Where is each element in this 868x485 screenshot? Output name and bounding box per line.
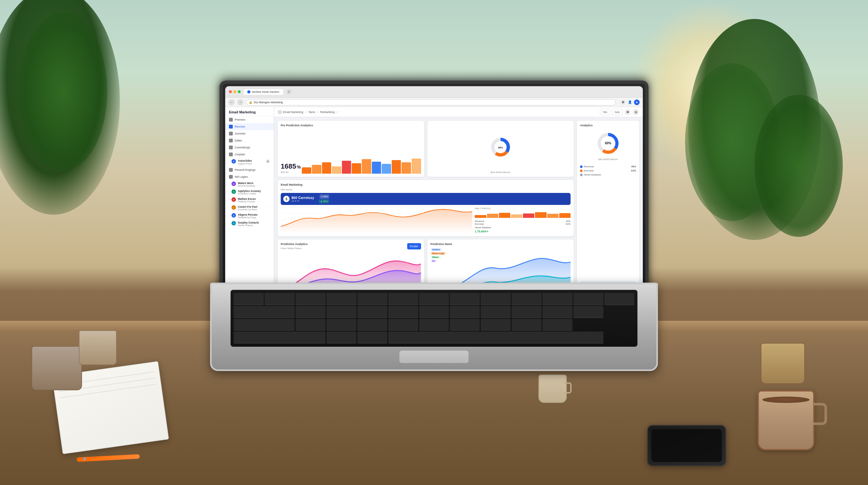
avatar-applytics: A xyxy=(231,190,236,194)
minimize-button[interactable] xyxy=(234,90,236,93)
metric-icon: $ xyxy=(283,196,289,202)
laptop-base xyxy=(210,283,658,371)
key-u[interactable] xyxy=(481,306,510,318)
key-x[interactable] xyxy=(358,332,387,344)
new-tab-button[interactable]: + xyxy=(286,89,292,95)
key-k[interactable] xyxy=(512,319,541,331)
avatar-surpley: S xyxy=(231,221,236,225)
key-5[interactable] xyxy=(358,293,387,305)
key-4[interactable] xyxy=(327,293,356,305)
key-8[interactable] xyxy=(450,293,480,305)
yes-button[interactable]: Yes xyxy=(600,109,610,115)
goo-button[interactable]: Goo xyxy=(612,109,623,115)
predictive-title: Pre Predictive Analytics xyxy=(281,124,421,127)
sidebar-item-curendongs[interactable]: Curendongs xyxy=(225,144,274,151)
key-f[interactable] xyxy=(388,319,418,331)
address-bar[interactable]: 🔒 Sry Mamges Marketing xyxy=(246,99,616,106)
key-10[interactable] xyxy=(512,293,541,305)
sidebar-account-conert[interactable]: C Conert Fre Part Encotinal Con Mers › xyxy=(225,204,274,212)
key-t[interactable] xyxy=(419,306,449,318)
app-currency-label: App Culabocy xyxy=(475,207,570,210)
key-6[interactable] xyxy=(388,293,418,305)
account-sub-malers: Decimal Muelicity xyxy=(238,185,255,187)
sidebar-item-gonnets[interactable]: Gonnets xyxy=(225,130,274,137)
sidebar-item-premers[interactable]: Premers xyxy=(225,116,274,123)
back-button[interactable]: ← xyxy=(228,99,235,106)
key-caps[interactable] xyxy=(234,319,294,331)
email-bar-chart xyxy=(475,211,570,218)
emalie-button[interactable]: Emalie xyxy=(407,243,421,250)
trackpad[interactable] xyxy=(399,350,469,363)
account-label-malers: Malers Mors xyxy=(238,181,255,185)
chip-sotient: Sotient xyxy=(431,248,442,251)
sidebar-account-surpley[interactable]: S Surpley Conacts Sarnar Propery xyxy=(225,220,274,228)
key-w[interactable] xyxy=(327,306,356,318)
forward-button[interactable]: → xyxy=(237,99,244,106)
key-i[interactable] xyxy=(512,306,541,318)
sidebar-item-penend[interactable]: Penend Engings xyxy=(225,166,274,173)
key-shift-left[interactable] xyxy=(234,332,326,344)
key-p[interactable] xyxy=(574,306,603,318)
key-g[interactable] xyxy=(419,319,449,331)
predictive-bar-chart xyxy=(302,156,421,174)
gear-icon[interactable]: ⚙ xyxy=(266,159,270,164)
key-y[interactable] xyxy=(450,306,480,318)
key-q[interactable] xyxy=(296,306,326,318)
legend-dot-blue xyxy=(580,166,583,168)
topbar-icon-1[interactable]: ⊕ xyxy=(624,109,631,115)
key-tab[interactable] xyxy=(234,306,294,318)
metric-badges: 1.46% ▲ 29m xyxy=(318,195,329,203)
maximize-button[interactable] xyxy=(238,90,241,93)
key-s[interactable] xyxy=(327,319,356,331)
key-l[interactable] xyxy=(542,319,572,331)
key-z[interactable] xyxy=(327,332,356,344)
metric-main-value: $60 Carretozy xyxy=(291,196,314,200)
sidebar-item-corplais[interactable]: Corplais › xyxy=(225,151,274,158)
sidebar-account-abgera[interactable]: A Abgera Percats Diastylad by Pegry xyxy=(225,212,274,220)
key-space[interactable] xyxy=(388,332,603,344)
topbar-icon-2[interactable]: ◎ xyxy=(633,109,639,115)
sidebar-subitem-autocsdes[interactable]: A AutocSdes Sayest Fnras ⚙ xyxy=(225,158,274,166)
account-sub-applytics: Encantions Tridale xyxy=(238,193,261,195)
key-j[interactable] xyxy=(481,319,510,331)
sidebar-item-dales[interactable]: Dales xyxy=(225,137,274,144)
sidebar-item-recnow[interactable]: Recnow › xyxy=(225,123,274,130)
avatar-autocsdes: A xyxy=(231,159,236,164)
key-e[interactable] xyxy=(358,306,387,318)
sidebar-account-applytics[interactable]: A Applytics Acnowy Encantions Tridale xyxy=(225,188,274,196)
key-a[interactable] xyxy=(296,319,326,331)
key-7[interactable] xyxy=(419,293,449,305)
key-o[interactable] xyxy=(542,306,572,318)
chip-dilour: Dilour xyxy=(431,256,441,259)
sidebar-account-mathen[interactable]: M Mathen Exces Preflinial Curnary xyxy=(225,196,274,204)
key-12[interactable] xyxy=(574,293,603,305)
breadcrumb-email: Email Marketing xyxy=(283,111,303,114)
key-2[interactable] xyxy=(265,293,294,305)
key-d[interactable] xyxy=(358,319,387,331)
svg-text:85%: 85% xyxy=(498,146,503,149)
browser-nav: ← → 🔒 Sry Mamges Marketing ⚙ 👤 ● xyxy=(225,97,643,107)
card-predictive-analytics: Pre Predictive Analytics 1685 % $35 AV xyxy=(277,120,425,177)
key-r[interactable] xyxy=(388,306,418,318)
sidebar-item-md-logies[interactable]: Md Logies xyxy=(225,173,274,180)
breadcrumb-remarkting: ReMarkting xyxy=(320,111,335,114)
sidebar: Email Marketing Premers Recnow › xyxy=(225,107,274,299)
browser-account-icon[interactable]: ● xyxy=(634,99,640,105)
close-button[interactable] xyxy=(229,90,232,93)
main-content: Email Marketing ✓ Tams ✓ ReMarkting ✓ Ye… xyxy=(274,107,643,299)
avatar-abgera: A xyxy=(231,213,236,218)
key-3[interactable] xyxy=(296,293,326,305)
key-9[interactable] xyxy=(481,293,510,305)
browser-search-icon[interactable]: ⚙ xyxy=(620,99,626,105)
browser-profile-icon[interactable]: 👤 xyxy=(627,99,633,105)
key-h[interactable] xyxy=(450,319,480,331)
key-13[interactable] xyxy=(604,293,634,305)
legend-value-orange: 63% xyxy=(631,169,636,172)
key-11[interactable] xyxy=(542,293,572,305)
email-stats: Revenue 45% Encroise 63% xyxy=(475,220,570,233)
key-1[interactable] xyxy=(234,293,264,305)
account-label-applytics: Applytics Acnowy xyxy=(238,190,261,193)
sidebar-account-malers[interactable]: M Malers Mors Decimal Muelicity xyxy=(225,180,274,188)
predictive-sub: $35 AV xyxy=(281,171,301,174)
browser-tab[interactable]: Senbes Musk Daction xyxy=(243,89,284,95)
